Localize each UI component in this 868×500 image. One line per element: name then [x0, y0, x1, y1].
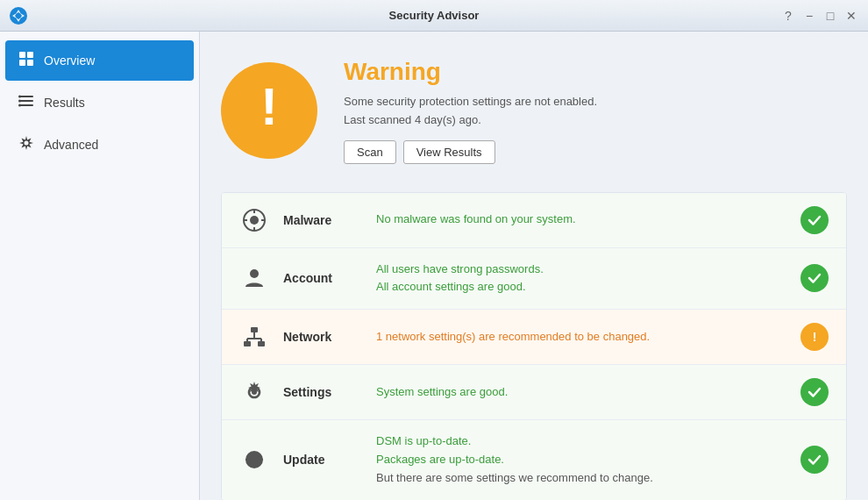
update-msg-line1: DSM is up-to-date.	[376, 434, 471, 447]
settings-message: System settings are good.	[376, 383, 786, 402]
help-button[interactable]: ?	[780, 8, 796, 24]
warning-desc-line1: Some security protection settings are no…	[344, 95, 597, 108]
network-icon	[239, 322, 269, 352]
table-row: Update DSM is up-to-date. Packages are u…	[222, 420, 846, 499]
overview-icon	[18, 51, 35, 70]
table-row: Malware No malware was found on your sys…	[222, 193, 846, 248]
app-title: Security Advisor	[389, 9, 480, 22]
svg-point-11	[25, 141, 29, 146]
titlebar: Security Advisor ? − □ ✕	[0, 0, 868, 32]
warning-desc-line2: Last scanned 4 day(s) ago.	[344, 113, 481, 126]
network-message: 1 network setting(s) are recommended to …	[376, 328, 786, 346]
svg-rect-20	[244, 341, 251, 346]
status-table: Malware No malware was found on your sys…	[221, 192, 847, 500]
update-icon	[239, 445, 269, 475]
close-button[interactable]: ✕	[843, 8, 859, 24]
sidebar-item-advanced-label: Advanced	[44, 138, 98, 152]
warning-icon-circle: !	[221, 62, 317, 159]
settings-icon	[239, 377, 269, 407]
svg-point-10	[18, 104, 21, 107]
svg-rect-3	[19, 60, 25, 66]
update-message: DSM is up-to-date. Packages are up-to-da…	[376, 432, 786, 487]
maximize-button[interactable]: □	[822, 8, 838, 24]
warning-title: Warning	[344, 58, 597, 86]
svg-rect-1	[19, 52, 25, 58]
svg-point-18	[250, 269, 259, 278]
malware-status-icon	[800, 206, 829, 234]
svg-rect-21	[258, 341, 265, 346]
svg-point-8	[18, 96, 21, 98]
svg-rect-5	[19, 96, 33, 97]
network-label: Network	[283, 330, 362, 344]
app-logo-icon	[9, 6, 28, 25]
account-message: All users have strong passwords. All acc…	[376, 261, 786, 297]
svg-rect-6	[19, 100, 33, 102]
svg-text:!: !	[813, 330, 817, 344]
sidebar-item-results-label: Results	[44, 96, 85, 110]
account-msg-line2: All account settings are good.	[376, 280, 526, 293]
warning-description: Some security protection settings are no…	[344, 93, 597, 130]
warning-card: ! Warning Some security protection setti…	[221, 49, 847, 173]
account-status-icon	[800, 264, 829, 292]
sidebar-item-advanced[interactable]: Advanced	[5, 125, 194, 165]
table-row: Account All users have strong passwords.…	[222, 248, 846, 311]
view-results-button[interactable]: View Results	[403, 140, 495, 164]
malware-message: No malware was found on your system.	[376, 211, 786, 229]
svg-rect-7	[19, 104, 33, 106]
table-row: Settings System settings are good.	[222, 365, 846, 420]
sidebar-item-overview[interactable]: Overview	[5, 40, 194, 81]
account-icon	[239, 263, 269, 293]
svg-rect-19	[251, 327, 258, 332]
exclamation-icon: !	[260, 81, 278, 133]
account-label: Account	[283, 271, 362, 285]
update-status-icon	[800, 446, 829, 474]
update-label: Update	[283, 453, 362, 467]
settings-label: Settings	[283, 385, 362, 399]
warning-info: Warning Some security protection setting…	[344, 58, 597, 164]
minimize-button[interactable]: −	[801, 8, 817, 24]
table-row: Network 1 network setting(s) are recomme…	[222, 310, 846, 365]
sidebar: Overview Results	[0, 32, 200, 500]
update-msg-line3: But there are some settings we recommend…	[376, 471, 653, 484]
svg-rect-4	[27, 60, 33, 66]
settings-status-icon	[800, 378, 829, 406]
warning-actions: Scan View Results	[344, 140, 597, 164]
app-body: Overview Results	[0, 32, 868, 500]
network-status-icon: !	[800, 323, 829, 351]
malware-icon	[239, 205, 269, 235]
svg-rect-2	[27, 52, 33, 58]
advanced-icon	[18, 135, 35, 154]
malware-label: Malware	[283, 213, 362, 227]
svg-point-9	[18, 100, 21, 103]
sidebar-item-overview-label: Overview	[44, 54, 95, 68]
account-msg-line1: All users have strong passwords.	[376, 262, 544, 275]
main-content: ! Warning Some security protection setti…	[200, 32, 868, 500]
sidebar-item-results[interactable]: Results	[5, 82, 194, 123]
results-icon	[18, 93, 35, 112]
svg-point-17	[250, 216, 259, 225]
scan-button[interactable]: Scan	[344, 140, 396, 164]
update-msg-line2: Packages are up-to-date.	[376, 453, 504, 466]
